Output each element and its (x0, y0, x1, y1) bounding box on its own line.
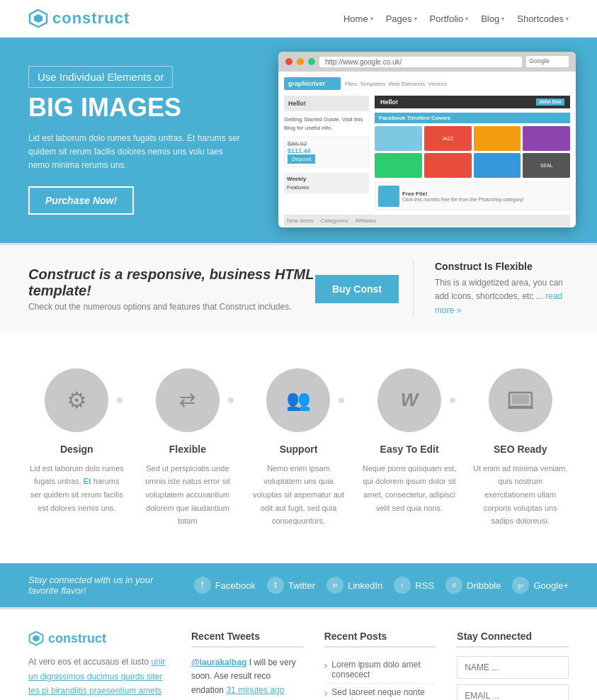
nav-blog[interactable]: Blog ▾ (481, 13, 504, 24)
rss-icon: r (394, 577, 411, 594)
feature-easy-edit: W Easy To Edit Neque porro quisquam est,… (361, 368, 458, 528)
footer-about-link[interactable]: unir un dignissimos ducimus quirds siter… (28, 657, 165, 696)
footer: construct At vero eos et accusaus et ius… (0, 607, 597, 700)
hero-title: BIG IMAGES (28, 94, 241, 122)
arrows-icon: ⇄ (179, 388, 195, 412)
buy-construct-button[interactable]: Buy Const (315, 275, 399, 303)
nav-pages[interactable]: Pages ▾ (386, 13, 417, 24)
footer-tweets: Recent Tweets @laurakalbag I will be ver… (191, 631, 303, 700)
footer-logo: construct (28, 631, 170, 646)
promo-left: Construct is a responsive, business HTML… (28, 266, 315, 312)
browser-logo-area: graphicriver (284, 77, 341, 90)
header: construct Home ▾ Pages ▾ Portfolio ▾ Blo… (0, 0, 597, 38)
feature-seo-icon-wrap (489, 368, 552, 432)
social-links: f Facebook t Twitter in LinkedIn r RSS d… (194, 577, 569, 594)
browser-dot-red (285, 58, 292, 65)
promo-subtitle: Check out the numerous options and featu… (28, 302, 315, 312)
post-1: Lorem ipsum dolo amet consecect (324, 656, 436, 684)
feature-seo: SEO Ready Ut enim ad minima veniam, quis… (472, 368, 569, 528)
wordpress-icon: W (401, 389, 419, 411)
nav-portfolio[interactable]: Portfolio ▾ (430, 13, 469, 24)
facebook-icon: f (194, 577, 211, 594)
purchase-now-button[interactable]: Purchase Now! (28, 186, 134, 215)
promo-right-title: Construct Is Flexible (435, 261, 569, 272)
twitter-icon: t (267, 577, 284, 594)
google-plus-link[interactable]: g+ Google+ (512, 577, 569, 594)
feature-seo-desc: Ut enim ad minima veniam, quis nostrum e… (472, 462, 569, 528)
recent-posts-title: Recent Posts (324, 631, 436, 648)
nav-portfolio-arrow: ▾ (465, 16, 468, 22)
feature-flexible: ⇄ Flexible Sed ut perspiciatis unde omni… (140, 368, 237, 528)
footer-about-text: At vero eos et accusaus et iusto unir un… (28, 655, 170, 700)
name-input[interactable] (457, 656, 569, 679)
footer-posts: Recent Posts Lorem ipsum dolo amet conse… (324, 631, 436, 700)
promo-right-text: This is a widgetized area, you can add i… (435, 276, 569, 317)
nav-home-arrow: ▾ (370, 16, 373, 22)
recent-tweets-title: Recent Tweets (191, 631, 303, 648)
tweet-1-user[interactable]: @laurakalbag (191, 657, 246, 667)
feature-design-title: Design (28, 444, 125, 455)
hero-browser-mockup: http://www.google.co.uk/ Google graphicr… (278, 52, 576, 227)
feature-flexible-desc: Sed ut perspiciatis unde omnis iste natu… (140, 462, 237, 528)
browser-content-grid: Hello! Getting Started Guide. Visit this… (284, 96, 570, 210)
feature-flexible-title: Flexible (140, 444, 237, 455)
social-strip: Stay connected with us in your favorite … (0, 563, 597, 607)
browser-new-items-bar: New ItemsCategoriesAffiliates (284, 215, 570, 227)
browser-hello-header: Hello! John Doe (375, 96, 570, 108)
hero-description: Lid est laborum dolo rumes fugats untras… (28, 132, 241, 173)
svg-rect-3 (512, 395, 529, 404)
email-input[interactable] (457, 684, 569, 700)
facebook-link[interactable]: f Facebook (194, 577, 256, 594)
feature-easy-edit-desc: Neque porro quisquam est, qui dolorem ip… (361, 462, 458, 515)
browser-price-box: $86.92 $111.44 Deposit (284, 137, 369, 167)
post-2: Sed laoreet neque nonte mauris (324, 684, 436, 700)
nav-home[interactable]: Home ▾ (343, 13, 373, 24)
feature-support-title: Support (250, 444, 347, 455)
feature-support-desc: Nemo enim ipsam voluptatem uns quia volu… (250, 462, 347, 528)
feature-design-desc: Lid est laborum dolo rumes fugats untras… (28, 462, 125, 515)
browser-weekly-features: Weekly Features (284, 173, 369, 193)
tweet-1-time[interactable]: 31 minutes ago (226, 685, 284, 695)
rss-link[interactable]: r RSS (394, 577, 434, 594)
feature-easy-edit-icon-wrap: W (377, 368, 441, 432)
browser-search: Google (526, 56, 569, 67)
browser-items-grid: JAZZ SEAL (375, 126, 570, 178)
features-grid: ⚙ Design Lid est laborum dolo rumes fuga… (28, 368, 569, 528)
dribbble-link[interactable]: d Dribbble (445, 577, 501, 594)
footer-logo-icon (28, 631, 44, 646)
stay-connected-title: Stay Connected (457, 631, 569, 648)
social-text: Stay connected with us in your favorite … (28, 575, 180, 596)
svg-rect-4 (508, 407, 533, 409)
browser-hello-text: Getting Started Guide. Visit this Blog f… (284, 115, 369, 132)
footer-about: construct At vero eos et accusaus et ius… (28, 631, 170, 700)
browser-free-file: Free File! Click this months free file f… (375, 182, 570, 210)
browser-dot-yellow (297, 58, 304, 65)
logo: construct (28, 9, 130, 28)
feature-flexible-icon-wrap: ⇄ (156, 368, 220, 432)
main-nav: Home ▾ Pages ▾ Portfolio ▾ Blog ▾ Shortc… (343, 13, 569, 24)
hero-section: Use Individual Elements or BIG IMAGES Li… (0, 38, 597, 243)
logo-text: construct (52, 9, 130, 28)
linkedin-icon: in (326, 577, 343, 594)
footer-stay-connected: Stay Connected Subscribe (457, 631, 569, 700)
linkedin-link[interactable]: in LinkedIn (326, 577, 382, 594)
nav-pages-arrow: ▾ (414, 16, 417, 22)
posts-list: Lorem ipsum dolo amet consecect Sed laor… (324, 656, 436, 700)
feature-easy-edit-title: Easy To Edit (361, 444, 458, 455)
promo-right: Construct Is Flexible This is a widgetiz… (413, 261, 569, 317)
browser-deposit-btn[interactable]: Deposit (288, 154, 315, 164)
feature-support: 👥 Support Nemo enim ipsam voluptatem uns… (250, 368, 347, 528)
feature-design: ⚙ Design Lid est laborum dolo rumes fuga… (28, 368, 125, 528)
nav-shortcodes-arrow: ▾ (566, 16, 569, 22)
hero-subtitle: Use Individual Elements or (28, 66, 173, 88)
browser-fb-covers: Facebook Timeline Covers (375, 113, 570, 123)
browser-url-bar: http://www.google.co.uk/ (319, 57, 522, 67)
logo-icon (28, 9, 48, 28)
promo-strip: Construct is a responsive, business HTML… (0, 243, 597, 333)
nav-shortcodes[interactable]: Shortcodes ▾ (517, 13, 569, 24)
features-section: ⚙ Design Lid est laborum dolo rumes fuga… (0, 333, 597, 563)
tweet-1: @laurakalbag I will be very soon. Ase re… (191, 656, 303, 697)
browser-hello-box: Hello! (284, 96, 369, 111)
browser-dot-green (308, 58, 315, 65)
twitter-link[interactable]: t Twitter (267, 577, 315, 594)
